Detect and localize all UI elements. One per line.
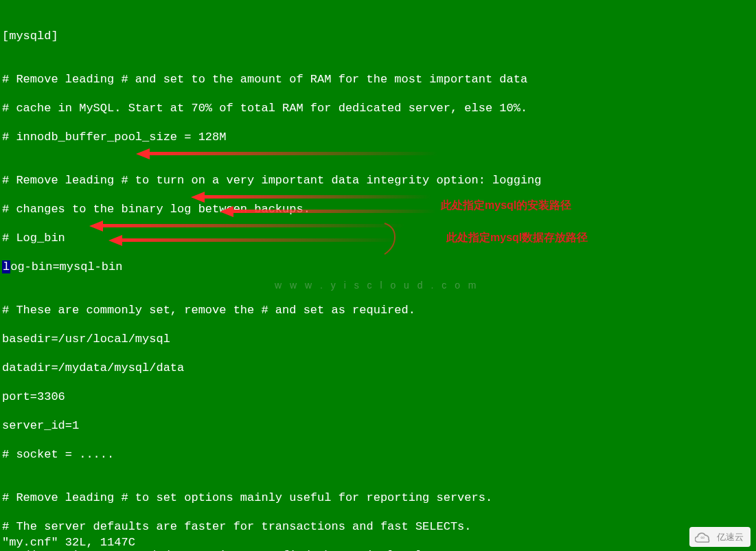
svg-text:∞: ∞ — [700, 535, 705, 541]
arrow-icon — [0, 0, 756, 551]
svg-rect-1 — [150, 152, 438, 155]
svg-rect-5 — [233, 210, 436, 213]
svg-marker-4 — [220, 206, 233, 217]
svg-marker-8 — [108, 235, 122, 246]
svg-rect-3 — [205, 195, 431, 199]
faint-watermark: w w w . y i s c l o u d . c o m — [275, 278, 479, 293]
annotation-install-path: 此处指定mysql的安装路径 — [441, 198, 571, 212]
svg-marker-2 — [191, 192, 205, 203]
svg-rect-9 — [122, 238, 397, 242]
svg-marker-0 — [136, 148, 150, 159]
watermark-badge: ∞ 亿速云 — [689, 527, 751, 547]
terminal-screen[interactable]: [mysqld] # Remove leading # and set to t… — [0, 0, 756, 551]
svg-marker-6 — [89, 221, 103, 232]
watermark-text: 亿速云 — [717, 532, 744, 542]
annotation-data-path: 此处指定mysql数据存放路径 — [446, 230, 588, 245]
svg-rect-7 — [103, 224, 405, 227]
cloud-icon: ∞ — [695, 530, 713, 543]
